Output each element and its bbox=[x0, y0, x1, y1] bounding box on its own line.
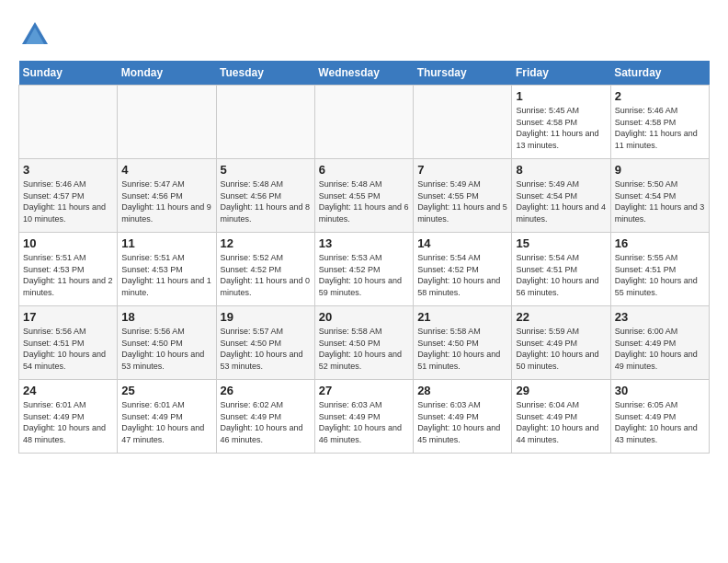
day-number: 28 bbox=[417, 384, 507, 397]
weekday-header: Tuesday bbox=[216, 61, 314, 86]
calendar-day-cell: 19Sunrise: 5:57 AM Sunset: 4:50 PM Dayli… bbox=[216, 306, 314, 380]
day-info: Sunrise: 5:55 AM Sunset: 4:51 PM Dayligh… bbox=[615, 252, 705, 298]
day-number: 12 bbox=[221, 236, 311, 250]
weekday-header: Friday bbox=[512, 61, 610, 86]
day-number: 23 bbox=[615, 310, 705, 324]
calendar-day-cell bbox=[118, 86, 216, 159]
calendar-day-cell: 24Sunrise: 6:01 AM Sunset: 4:49 PM Dayli… bbox=[19, 380, 118, 454]
calendar-day-cell bbox=[314, 86, 413, 159]
day-info: Sunrise: 5:58 AM Sunset: 4:50 PM Dayligh… bbox=[319, 326, 409, 372]
day-number: 18 bbox=[121, 310, 211, 324]
weekday-header: Sunday bbox=[19, 61, 118, 86]
calendar-day-cell: 29Sunrise: 6:04 AM Sunset: 4:49 PM Dayli… bbox=[512, 380, 610, 454]
day-number: 29 bbox=[516, 384, 606, 397]
weekday-header: Thursday bbox=[414, 61, 512, 86]
day-number: 27 bbox=[319, 384, 409, 397]
calendar-week-row: 3Sunrise: 5:46 AM Sunset: 4:57 PM Daylig… bbox=[19, 159, 710, 233]
logo bbox=[18, 18, 57, 52]
calendar-day-cell: 26Sunrise: 6:02 AM Sunset: 4:49 PM Dayli… bbox=[216, 380, 314, 454]
day-info: Sunrise: 5:45 AM Sunset: 4:58 PM Dayligh… bbox=[516, 105, 606, 151]
calendar-day-cell: 16Sunrise: 5:55 AM Sunset: 4:51 PM Dayli… bbox=[610, 233, 709, 306]
calendar-day-cell: 20Sunrise: 5:58 AM Sunset: 4:50 PM Dayli… bbox=[314, 306, 413, 380]
day-info: Sunrise: 5:50 AM Sunset: 4:54 PM Dayligh… bbox=[615, 178, 705, 224]
calendar-day-cell: 15Sunrise: 5:54 AM Sunset: 4:51 PM Dayli… bbox=[512, 233, 610, 306]
day-info: Sunrise: 5:49 AM Sunset: 4:54 PM Dayligh… bbox=[516, 178, 606, 224]
day-number: 19 bbox=[221, 310, 311, 324]
day-number: 1 bbox=[516, 89, 606, 103]
day-number: 30 bbox=[615, 384, 705, 397]
day-number: 15 bbox=[516, 236, 606, 250]
calendar-day-cell: 13Sunrise: 5:53 AM Sunset: 4:52 PM Dayli… bbox=[314, 233, 413, 306]
calendar-day-cell: 18Sunrise: 5:56 AM Sunset: 4:50 PM Dayli… bbox=[118, 306, 216, 380]
day-info: Sunrise: 6:03 AM Sunset: 4:49 PM Dayligh… bbox=[319, 399, 409, 445]
logo-icon bbox=[18, 18, 51, 52]
calendar-day-cell: 11Sunrise: 5:51 AM Sunset: 4:53 PM Dayli… bbox=[118, 233, 216, 306]
day-info: Sunrise: 6:05 AM Sunset: 4:49 PM Dayligh… bbox=[615, 399, 705, 445]
day-number: 24 bbox=[23, 384, 113, 397]
calendar-day-cell: 5Sunrise: 5:48 AM Sunset: 4:56 PM Daylig… bbox=[216, 159, 314, 233]
calendar-day-cell: 10Sunrise: 5:51 AM Sunset: 4:53 PM Dayli… bbox=[19, 233, 118, 306]
day-info: Sunrise: 6:04 AM Sunset: 4:49 PM Dayligh… bbox=[516, 399, 606, 445]
day-info: Sunrise: 5:46 AM Sunset: 4:58 PM Dayligh… bbox=[615, 105, 705, 151]
day-number: 4 bbox=[121, 163, 211, 177]
day-info: Sunrise: 6:02 AM Sunset: 4:49 PM Dayligh… bbox=[221, 399, 311, 445]
calendar-day-cell: 21Sunrise: 5:58 AM Sunset: 4:50 PM Dayli… bbox=[414, 306, 512, 380]
day-number: 14 bbox=[417, 236, 507, 250]
calendar-table: SundayMondayTuesdayWednesdayThursdayFrid… bbox=[18, 61, 710, 454]
day-number: 3 bbox=[23, 163, 113, 177]
day-info: Sunrise: 5:51 AM Sunset: 4:53 PM Dayligh… bbox=[121, 252, 211, 298]
day-info: Sunrise: 5:58 AM Sunset: 4:50 PM Dayligh… bbox=[417, 326, 507, 372]
day-number: 10 bbox=[23, 236, 113, 250]
day-number: 2 bbox=[615, 89, 705, 103]
day-info: Sunrise: 5:48 AM Sunset: 4:56 PM Dayligh… bbox=[221, 178, 311, 224]
weekday-header: Saturday bbox=[610, 61, 709, 86]
day-info: Sunrise: 6:00 AM Sunset: 4:49 PM Dayligh… bbox=[615, 326, 705, 372]
calendar-week-row: 1Sunrise: 5:45 AM Sunset: 4:58 PM Daylig… bbox=[19, 86, 710, 159]
day-info: Sunrise: 5:51 AM Sunset: 4:53 PM Dayligh… bbox=[23, 252, 113, 298]
day-info: Sunrise: 6:01 AM Sunset: 4:49 PM Dayligh… bbox=[121, 399, 211, 445]
calendar-day-cell: 14Sunrise: 5:54 AM Sunset: 4:52 PM Dayli… bbox=[414, 233, 512, 306]
calendar-day-cell bbox=[19, 86, 118, 159]
day-number: 26 bbox=[221, 384, 311, 397]
calendar-day-cell: 28Sunrise: 6:03 AM Sunset: 4:49 PM Dayli… bbox=[414, 380, 512, 454]
day-number: 6 bbox=[319, 163, 409, 177]
day-info: Sunrise: 5:59 AM Sunset: 4:49 PM Dayligh… bbox=[516, 326, 606, 372]
day-info: Sunrise: 5:56 AM Sunset: 4:50 PM Dayligh… bbox=[121, 326, 211, 372]
day-number: 5 bbox=[221, 163, 311, 177]
day-info: Sunrise: 5:54 AM Sunset: 4:52 PM Dayligh… bbox=[417, 252, 507, 298]
calendar-day-cell: 1Sunrise: 5:45 AM Sunset: 4:58 PM Daylig… bbox=[512, 86, 610, 159]
calendar-day-cell bbox=[414, 86, 512, 159]
calendar-day-cell: 22Sunrise: 5:59 AM Sunset: 4:49 PM Dayli… bbox=[512, 306, 610, 380]
day-info: Sunrise: 5:47 AM Sunset: 4:56 PM Dayligh… bbox=[121, 178, 211, 224]
day-info: Sunrise: 5:49 AM Sunset: 4:55 PM Dayligh… bbox=[417, 178, 507, 224]
calendar-day-cell: 6Sunrise: 5:48 AM Sunset: 4:55 PM Daylig… bbox=[314, 159, 413, 233]
calendar-week-row: 17Sunrise: 5:56 AM Sunset: 4:51 PM Dayli… bbox=[19, 306, 710, 380]
page-header bbox=[18, 18, 710, 52]
day-number: 13 bbox=[319, 236, 409, 250]
calendar-day-cell: 23Sunrise: 6:00 AM Sunset: 4:49 PM Dayli… bbox=[610, 306, 709, 380]
day-number: 22 bbox=[516, 310, 606, 324]
calendar-day-cell: 12Sunrise: 5:52 AM Sunset: 4:52 PM Dayli… bbox=[216, 233, 314, 306]
day-number: 16 bbox=[615, 236, 705, 250]
day-info: Sunrise: 5:54 AM Sunset: 4:51 PM Dayligh… bbox=[516, 252, 606, 298]
calendar-day-cell: 17Sunrise: 5:56 AM Sunset: 4:51 PM Dayli… bbox=[19, 306, 118, 380]
calendar-week-row: 24Sunrise: 6:01 AM Sunset: 4:49 PM Dayli… bbox=[19, 380, 710, 454]
calendar-day-cell: 2Sunrise: 5:46 AM Sunset: 4:58 PM Daylig… bbox=[610, 86, 709, 159]
calendar-day-cell: 25Sunrise: 6:01 AM Sunset: 4:49 PM Dayli… bbox=[118, 380, 216, 454]
day-info: Sunrise: 5:53 AM Sunset: 4:52 PM Dayligh… bbox=[319, 252, 409, 298]
weekday-header-row: SundayMondayTuesdayWednesdayThursdayFrid… bbox=[19, 61, 710, 86]
calendar-day-cell: 3Sunrise: 5:46 AM Sunset: 4:57 PM Daylig… bbox=[19, 159, 118, 233]
day-info: Sunrise: 5:56 AM Sunset: 4:51 PM Dayligh… bbox=[23, 326, 113, 372]
day-info: Sunrise: 6:01 AM Sunset: 4:49 PM Dayligh… bbox=[23, 399, 113, 445]
day-info: Sunrise: 5:48 AM Sunset: 4:55 PM Dayligh… bbox=[319, 178, 409, 224]
day-number: 17 bbox=[23, 310, 113, 324]
day-info: Sunrise: 5:57 AM Sunset: 4:50 PM Dayligh… bbox=[221, 326, 311, 372]
weekday-header: Wednesday bbox=[314, 61, 413, 86]
day-number: 20 bbox=[319, 310, 409, 324]
day-number: 7 bbox=[417, 163, 507, 177]
day-info: Sunrise: 5:46 AM Sunset: 4:57 PM Dayligh… bbox=[23, 178, 113, 224]
calendar-day-cell: 27Sunrise: 6:03 AM Sunset: 4:49 PM Dayli… bbox=[314, 380, 413, 454]
day-number: 11 bbox=[121, 236, 211, 250]
calendar-day-cell: 30Sunrise: 6:05 AM Sunset: 4:49 PM Dayli… bbox=[610, 380, 709, 454]
calendar-day-cell bbox=[216, 86, 314, 159]
